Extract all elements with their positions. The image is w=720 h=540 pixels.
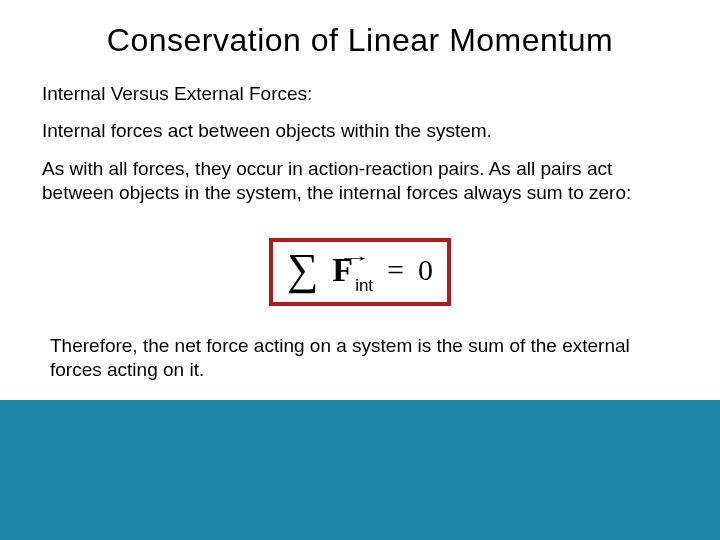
sigma-symbol: ∑ bbox=[287, 248, 318, 292]
equation-wrap: ∑ → Fint = 0 bbox=[42, 218, 678, 334]
content-container: Internal Versus External Forces: Interna… bbox=[0, 71, 720, 400]
slide: Conservation of Linear Momentum Internal… bbox=[0, 0, 720, 540]
paragraph-2: As with all forces, they occur in action… bbox=[42, 157, 678, 205]
title-container: Conservation of Linear Momentum bbox=[0, 0, 720, 71]
vector-f: → Fint bbox=[332, 250, 373, 290]
equals-sign: = bbox=[387, 253, 404, 287]
equation-box: ∑ → Fint = 0 bbox=[269, 238, 451, 306]
conclusion: Therefore, the net force acting on a sys… bbox=[42, 334, 678, 382]
vector-arrow-icon: → bbox=[337, 256, 368, 259]
paragraph-1: Internal forces act between objects with… bbox=[42, 119, 678, 143]
f-subscript: int bbox=[355, 276, 373, 295]
rhs-zero: 0 bbox=[418, 253, 433, 287]
subtitle: Internal Versus External Forces: bbox=[42, 83, 678, 105]
slide-title: Conservation of Linear Momentum bbox=[0, 22, 720, 59]
